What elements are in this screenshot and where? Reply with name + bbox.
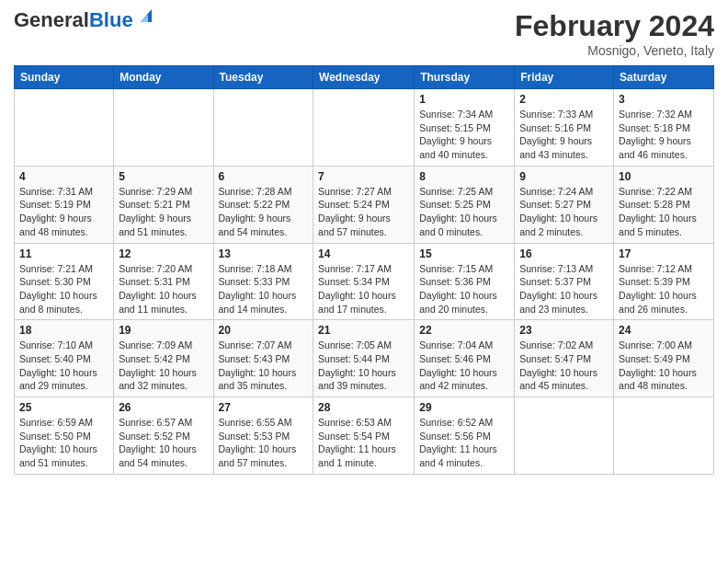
day-info: Sunrise: 7:28 AMSunset: 5:22 PMDaylight:… (219, 185, 309, 239)
day-number: 19 (119, 324, 208, 337)
calendar-table: SundayMondayTuesdayWednesdayThursdayFrid… (14, 65, 714, 475)
calendar-cell (114, 89, 213, 167)
day-info: Sunrise: 7:34 AMSunset: 5:15 PMDaylight:… (419, 108, 509, 162)
calendar-cell: 7Sunrise: 7:27 AMSunset: 5:24 PMDaylight… (313, 166, 415, 243)
logo: GeneralBlue (14, 9, 155, 31)
day-number: 13 (219, 247, 309, 260)
calendar-cell: 21Sunrise: 7:05 AMSunset: 5:44 PMDayligh… (313, 320, 415, 397)
calendar-cell: 25Sunrise: 6:59 AMSunset: 5:50 PMDayligh… (15, 397, 114, 475)
day-header-saturday: Saturday (614, 66, 714, 89)
day-info: Sunrise: 7:29 AMSunset: 5:21 PMDaylight:… (119, 185, 208, 239)
calendar-cell (515, 397, 614, 475)
day-header-friday: Friday (515, 66, 614, 89)
calendar-cell: 10Sunrise: 7:22 AMSunset: 5:28 PMDayligh… (614, 166, 714, 243)
calendar-cell (614, 397, 714, 475)
day-number: 29 (419, 401, 509, 414)
calendar-cell: 23Sunrise: 7:02 AMSunset: 5:47 PMDayligh… (515, 320, 614, 397)
day-number: 28 (318, 401, 409, 414)
day-number: 16 (519, 247, 609, 260)
day-number: 23 (519, 324, 609, 337)
calendar-cell: 20Sunrise: 7:07 AMSunset: 5:43 PMDayligh… (213, 320, 313, 397)
day-info: Sunrise: 7:20 AMSunset: 5:31 PMDaylight:… (119, 262, 208, 316)
calendar-cell: 13Sunrise: 7:18 AMSunset: 5:33 PMDayligh… (213, 243, 313, 320)
logo-text: GeneralBlue (14, 9, 133, 31)
calendar-cell: 11Sunrise: 7:21 AMSunset: 5:30 PMDayligh… (15, 243, 114, 320)
day-number: 26 (119, 401, 208, 414)
calendar-cell: 22Sunrise: 7:04 AMSunset: 5:46 PMDayligh… (415, 320, 515, 397)
calendar-cell: 16Sunrise: 7:13 AMSunset: 5:37 PMDayligh… (515, 243, 614, 320)
day-number: 12 (119, 247, 208, 260)
day-info: Sunrise: 7:27 AMSunset: 5:24 PMDaylight:… (318, 185, 409, 239)
calendar-cell: 9Sunrise: 7:24 AMSunset: 5:27 PMDaylight… (515, 166, 614, 243)
day-info: Sunrise: 7:18 AMSunset: 5:33 PMDaylight:… (219, 262, 309, 316)
day-info: Sunrise: 7:22 AMSunset: 5:28 PMDaylight:… (619, 185, 709, 239)
day-info: Sunrise: 7:32 AMSunset: 5:18 PMDaylight:… (619, 108, 709, 162)
calendar-cell: 15Sunrise: 7:15 AMSunset: 5:36 PMDayligh… (415, 243, 515, 320)
day-info: Sunrise: 7:09 AMSunset: 5:42 PMDaylight:… (119, 339, 208, 393)
calendar-cell: 29Sunrise: 6:52 AMSunset: 5:56 PMDayligh… (415, 397, 515, 475)
calendar-cell: 8Sunrise: 7:25 AMSunset: 5:25 PMDaylight… (415, 166, 515, 243)
calendar-cell (213, 89, 313, 167)
day-number: 22 (419, 324, 509, 337)
day-info: Sunrise: 7:24 AMSunset: 5:27 PMDaylight:… (519, 185, 609, 239)
calendar-cell: 1Sunrise: 7:34 AMSunset: 5:15 PMDaylight… (415, 89, 515, 167)
week-row-5: 25Sunrise: 6:59 AMSunset: 5:50 PMDayligh… (15, 397, 714, 475)
calendar-cell: 27Sunrise: 6:55 AMSunset: 5:53 PMDayligh… (213, 397, 313, 475)
day-number: 15 (419, 247, 509, 260)
week-row-1: 1Sunrise: 7:34 AMSunset: 5:15 PMDaylight… (15, 89, 714, 167)
calendar-cell: 4Sunrise: 7:31 AMSunset: 5:19 PMDaylight… (15, 166, 114, 243)
day-number: 2 (519, 93, 609, 106)
calendar-cell: 2Sunrise: 7:33 AMSunset: 5:16 PMDaylight… (515, 89, 614, 167)
day-number: 5 (119, 170, 208, 183)
day-number: 9 (519, 170, 609, 183)
day-number: 14 (318, 247, 409, 260)
day-number: 10 (619, 170, 709, 183)
day-number: 17 (619, 247, 709, 260)
calendar-cell: 3Sunrise: 7:32 AMSunset: 5:18 PMDaylight… (614, 89, 714, 167)
week-row-4: 18Sunrise: 7:10 AMSunset: 5:40 PMDayligh… (15, 320, 714, 397)
day-info: Sunrise: 7:12 AMSunset: 5:39 PMDaylight:… (619, 262, 709, 316)
title-block: February 2024 Mosnigo, Veneto, Italy (515, 9, 714, 58)
day-header-tuesday: Tuesday (213, 66, 313, 89)
day-number: 1 (419, 93, 509, 106)
day-info: Sunrise: 7:31 AMSunset: 5:19 PMDaylight:… (19, 185, 108, 239)
calendar-cell: 5Sunrise: 7:29 AMSunset: 5:21 PMDaylight… (114, 166, 213, 243)
calendar-cell: 19Sunrise: 7:09 AMSunset: 5:42 PMDayligh… (114, 320, 213, 397)
day-info: Sunrise: 6:57 AMSunset: 5:52 PMDaylight:… (119, 416, 208, 470)
day-info: Sunrise: 7:25 AMSunset: 5:25 PMDaylight:… (419, 185, 509, 239)
day-info: Sunrise: 6:53 AMSunset: 5:54 PMDaylight:… (318, 416, 409, 470)
day-number: 21 (318, 324, 409, 337)
calendar-header: SundayMondayTuesdayWednesdayThursdayFrid… (15, 66, 714, 89)
day-number: 25 (19, 401, 108, 414)
calendar-body: 1Sunrise: 7:34 AMSunset: 5:15 PMDaylight… (15, 89, 714, 475)
day-info: Sunrise: 7:13 AMSunset: 5:37 PMDaylight:… (519, 262, 609, 316)
calendar-cell: 12Sunrise: 7:20 AMSunset: 5:31 PMDayligh… (114, 243, 213, 320)
day-info: Sunrise: 7:17 AMSunset: 5:34 PMDaylight:… (318, 262, 409, 316)
location: Mosnigo, Veneto, Italy (515, 43, 714, 58)
day-info: Sunrise: 7:02 AMSunset: 5:47 PMDaylight:… (519, 339, 609, 393)
day-header-thursday: Thursday (415, 66, 515, 89)
day-info: Sunrise: 6:55 AMSunset: 5:53 PMDaylight:… (219, 416, 309, 470)
day-number: 11 (19, 247, 108, 260)
calendar-cell (15, 89, 114, 167)
page-header: GeneralBlue February 2024 Mosnigo, Venet… (14, 9, 714, 58)
calendar-cell: 24Sunrise: 7:00 AMSunset: 5:49 PMDayligh… (614, 320, 714, 397)
day-number: 20 (219, 324, 309, 337)
day-number: 18 (19, 324, 108, 337)
day-number: 7 (318, 170, 409, 183)
calendar-cell: 14Sunrise: 7:17 AMSunset: 5:34 PMDayligh… (313, 243, 415, 320)
header-row: SundayMondayTuesdayWednesdayThursdayFrid… (15, 66, 714, 89)
day-header-wednesday: Wednesday (313, 66, 415, 89)
month-title: February 2024 (515, 9, 714, 43)
week-row-2: 4Sunrise: 7:31 AMSunset: 5:19 PMDaylight… (15, 166, 714, 243)
day-number: 24 (619, 324, 709, 337)
logo-icon (135, 6, 155, 26)
calendar-cell (313, 89, 415, 167)
day-header-monday: Monday (114, 66, 213, 89)
calendar-cell: 18Sunrise: 7:10 AMSunset: 5:40 PMDayligh… (15, 320, 114, 397)
calendar-cell: 17Sunrise: 7:12 AMSunset: 5:39 PMDayligh… (614, 243, 714, 320)
day-info: Sunrise: 7:07 AMSunset: 5:43 PMDaylight:… (219, 339, 309, 393)
day-info: Sunrise: 7:04 AMSunset: 5:46 PMDaylight:… (419, 339, 509, 393)
calendar-cell: 26Sunrise: 6:57 AMSunset: 5:52 PMDayligh… (114, 397, 213, 475)
week-row-3: 11Sunrise: 7:21 AMSunset: 5:30 PMDayligh… (15, 243, 714, 320)
